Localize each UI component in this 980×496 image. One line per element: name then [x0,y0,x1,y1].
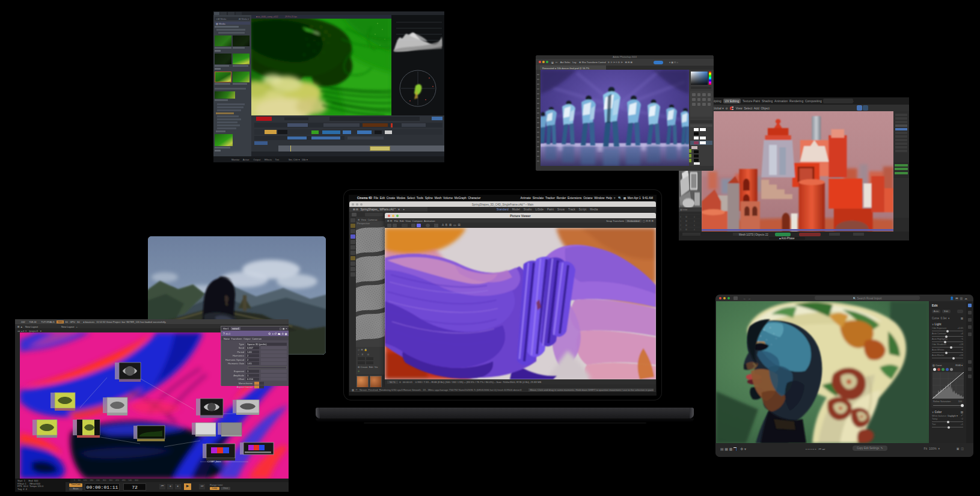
svg-text:COMP_lines: COMP_lines [207,460,221,463]
